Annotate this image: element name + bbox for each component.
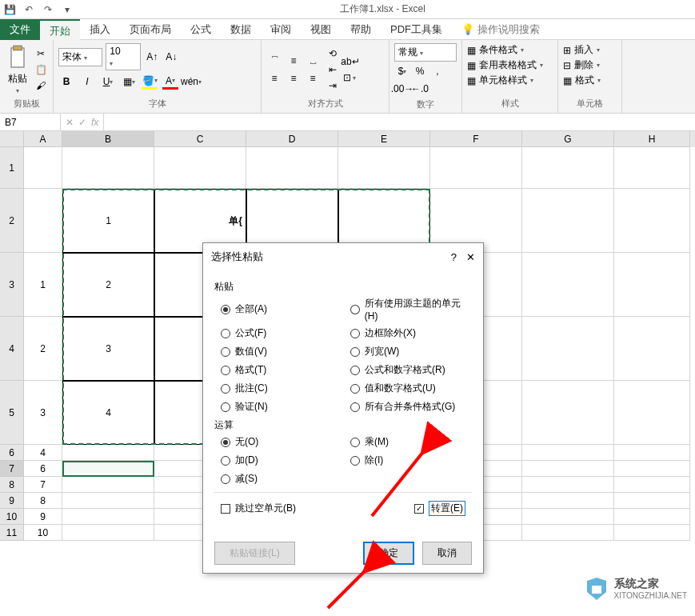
cell[interactable]: 3 [62,317,154,381]
cell[interactable] [614,477,690,493]
formula-input[interactable] [104,114,695,130]
tab-home[interactable]: 开始 [40,19,80,40]
cell[interactable] [338,147,430,189]
border-button[interactable]: ▦▾ [121,74,137,90]
cell[interactable] [522,189,614,253]
cell[interactable] [522,493,614,509]
cell[interactable] [614,445,690,461]
format-as-table-button[interactable]: ▦套用表格格式▾ [467,58,553,72]
qat-dropdown-icon[interactable]: ▾ [61,3,74,16]
tab-file[interactable]: 文件 [0,19,40,40]
cell[interactable] [522,509,614,525]
tell-me-search[interactable]: 💡 操作说明搜索 [452,19,549,40]
cell[interactable] [24,147,62,189]
decrease-font-icon[interactable]: A↓ [163,49,179,65]
delete-cells-button[interactable]: ⊟删除▾ [563,58,617,72]
cancel-button[interactable]: 取消 [422,542,472,565]
align-middle-icon[interactable]: ≡ [286,53,302,69]
ok-button[interactable]: 确定 [363,542,414,565]
orientation-icon[interactable]: ⟲ [326,46,340,61]
comma-format-icon[interactable]: , [429,63,445,79]
merge-center-icon[interactable]: ⊡▾ [343,70,357,85]
select-all-corner[interactable] [0,131,24,147]
cell[interactable] [62,147,154,189]
cell[interactable] [430,147,522,189]
bold-button[interactable]: B [58,74,74,90]
radio-all[interactable]: 全部(A) [221,297,342,322]
redo-icon[interactable]: ↷ [42,3,54,16]
cell[interactable] [522,525,614,541]
tab-layout[interactable]: 页面布局 [120,19,181,40]
cell[interactable] [614,381,690,445]
col-header-F[interactable]: F [430,131,522,147]
row-header-4[interactable]: 4 [0,317,24,381]
italic-button[interactable]: I [79,74,95,90]
row-header-2[interactable]: 2 [0,189,24,253]
phonetic-button[interactable]: wén▾ [183,74,199,90]
cell[interactable]: 6 [24,461,62,477]
radio-comments[interactable]: 批注(C) [221,382,342,395]
row-header-8[interactable]: 8 [0,477,24,493]
radio-op-none[interactable]: 无(O) [221,435,342,449]
fx-icon[interactable]: fx [91,117,98,128]
col-header-D[interactable]: D [246,131,338,147]
fill-color-button[interactable]: 🪣▾ [142,74,158,90]
radio-validation[interactable]: 验证(N) [221,400,342,414]
cell[interactable] [154,147,246,189]
cell[interactable]: 2 [62,253,154,317]
conditional-format-button[interactable]: ▦条件格式▾ [467,43,553,57]
cell[interactable] [614,189,690,253]
row-header-1[interactable]: 1 [0,147,24,189]
paste-button[interactable]: 粘贴 ▾ [5,45,30,94]
accounting-format-icon[interactable]: $▾ [394,63,410,79]
radio-noborder[interactable]: 边框除外(X) [350,326,472,340]
cell[interactable]: 1 [62,189,154,253]
cell[interactable]: 10 [24,525,62,541]
tab-view[interactable]: 视图 [301,19,341,40]
cell[interactable] [614,493,690,509]
paste-link-button[interactable]: 粘贴链接(L) [214,542,295,565]
cell[interactable] [62,509,154,525]
col-header-B[interactable]: B [62,131,154,147]
cell[interactable]: 7 [24,477,62,493]
cell[interactable] [614,509,690,525]
radio-op-mul[interactable]: 乘(M) [350,435,472,449]
radio-op-div[interactable]: 除(I) [350,454,472,467]
radio-colwidth[interactable]: 列宽(W) [350,345,472,358]
align-center-icon[interactable]: ≡ [286,70,302,86]
cell-styles-button[interactable]: ▦单元格样式▾ [467,74,553,87]
cell[interactable] [62,525,154,541]
percent-format-icon[interactable]: % [412,63,428,79]
col-header-C[interactable]: C [154,131,246,147]
cell[interactable] [246,147,338,189]
tab-insert[interactable]: 插入 [80,19,120,40]
tab-formulas[interactable]: 公式 [181,19,221,40]
radio-formulas[interactable]: 公式(F) [221,326,342,340]
cell[interactable] [62,461,154,477]
cell[interactable]: 8 [24,493,62,509]
tab-pdf[interactable]: PDF工具集 [381,19,452,40]
cell[interactable]: 4 [24,445,62,461]
radio-formulas-num[interactable]: 公式和数字格式(R) [350,363,472,377]
radio-values[interactable]: 数值(V) [221,345,342,358]
cell[interactable]: 1 [24,253,62,317]
format-painter-icon[interactable]: 🖌 [34,78,48,93]
radio-formats[interactable]: 格式(T) [221,363,342,377]
cell[interactable] [522,381,614,445]
col-header-E[interactable]: E [338,131,430,147]
cell[interactable] [614,147,690,189]
insert-cells-button[interactable]: ⊞插入▾ [563,43,617,57]
cell[interactable]: 2 [24,317,62,381]
increase-decimal-icon[interactable]: .00→ [394,81,410,97]
cell[interactable] [522,147,614,189]
cell[interactable] [614,525,690,541]
cell[interactable] [62,477,154,493]
row-header-3[interactable]: 3 [0,253,24,317]
radio-merge-cond[interactable]: 所有合并条件格式(G) [350,400,472,414]
underline-button[interactable]: U▾ [100,74,116,90]
checkbox-skip-blanks[interactable]: 跳过空单元(B) [221,501,296,516]
cell[interactable] [522,317,614,381]
col-header-H[interactable]: H [614,131,690,147]
checkbox-transpose[interactable]: ✓转置(E) [414,501,465,516]
cell[interactable] [614,317,690,381]
